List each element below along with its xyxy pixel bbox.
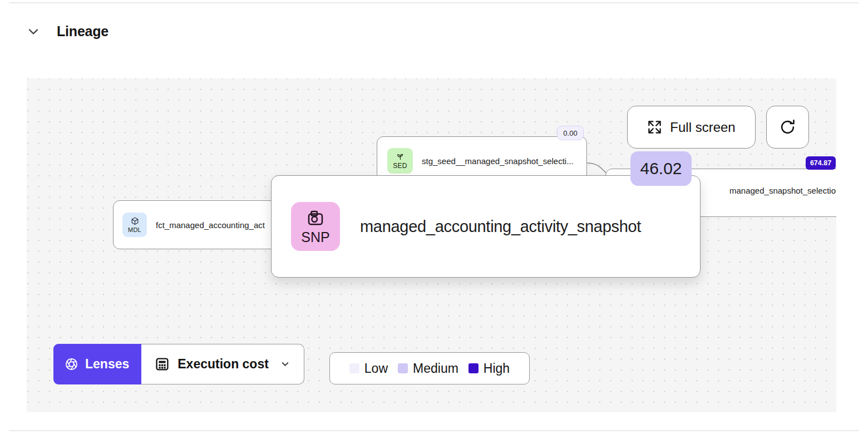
cost-badge-high: 674.87 xyxy=(806,156,836,170)
expand-icon xyxy=(647,120,662,135)
seedling-icon xyxy=(396,152,405,161)
node-label: fct_managed_accounting_act xyxy=(156,220,265,230)
model-type-badge: MDL xyxy=(122,213,147,237)
section-header: Lineage xyxy=(26,23,108,40)
cost-badge-medium: 46.02 xyxy=(630,151,692,186)
seed-type-badge: SED xyxy=(387,148,413,174)
legend-label: Medium xyxy=(413,361,458,376)
lenses-label: Lenses xyxy=(85,357,129,372)
page-title: Lineage xyxy=(57,23,108,40)
legend-item-high: High xyxy=(468,361,510,376)
full-screen-button[interactable]: Full screen xyxy=(627,106,756,149)
type-badge-label: MDL xyxy=(128,226,141,233)
type-badge-label: SNP xyxy=(301,229,329,245)
chevron-down-icon xyxy=(280,359,290,369)
refresh-icon xyxy=(779,119,796,136)
full-screen-label: Full screen xyxy=(670,120,735,135)
camera-icon xyxy=(305,208,326,228)
lineage-panel: Lineage managed_snapshot_selection 674.8… xyxy=(0,0,868,444)
node-label: stg_seed__managed_snapshot_selecti... xyxy=(422,156,574,166)
lenses-button[interactable]: Lenses xyxy=(53,344,141,384)
lineage-canvas[interactable]: managed_snapshot_selection 674.87 SED st… xyxy=(27,78,836,412)
legend-swatch-high xyxy=(468,363,479,373)
hover-card-title: managed_accounting_activity_snapshot xyxy=(360,218,641,236)
aperture-icon xyxy=(65,357,78,371)
legend-item-low: Low xyxy=(349,361,388,376)
chevron-down-icon[interactable] xyxy=(26,24,41,40)
type-badge-label: SED xyxy=(393,162,407,170)
bottom-divider xyxy=(9,430,859,431)
snapshot-type-badge: SNP xyxy=(291,202,340,251)
execution-cost-icon xyxy=(155,357,170,372)
cube-icon xyxy=(130,216,140,226)
legend-label: High xyxy=(484,361,510,376)
legend-item-medium: Medium xyxy=(398,361,458,376)
selected-lens-label: Execution cost xyxy=(177,357,269,372)
legend-swatch-low xyxy=(349,363,359,373)
cost-badge-low: 0.00 xyxy=(557,126,584,140)
node-hover-card-snapshot[interactable]: SNP managed_accounting_activity_snapshot xyxy=(271,175,701,278)
lens-selector-dropdown[interactable]: Execution cost xyxy=(141,344,304,384)
legend-swatch-medium xyxy=(398,363,408,373)
top-divider xyxy=(9,2,859,3)
lens-bar: Lenses Execution cost xyxy=(53,344,304,384)
refresh-button[interactable] xyxy=(766,106,809,149)
legend-label: Low xyxy=(364,361,388,376)
cost-legend: Low Medium High xyxy=(329,352,530,384)
node-label: managed_snapshot_selection xyxy=(729,186,836,195)
